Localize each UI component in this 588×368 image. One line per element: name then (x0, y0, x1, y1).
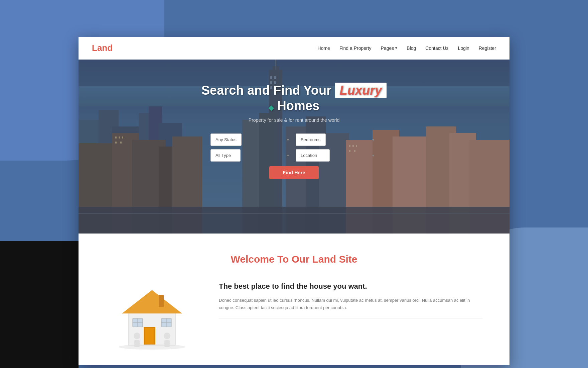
type-select[interactable]: All Type House Apartment Villa (210, 149, 241, 162)
hero-section: Search and Find Your Luxury ◆ Homes Prop… (79, 60, 509, 234)
type-select-wrapper: All Type House Apartment Villa (210, 149, 292, 162)
status-select-wrapper: Any Status For Sale For Rent (210, 133, 292, 146)
welcome-title: Welcome To Our Land Site (105, 254, 483, 265)
diamond-icon: ◆ (269, 104, 274, 111)
location-select-wrapper: Location New York Los Angeles Chicago (296, 149, 378, 162)
nav-item-find-property[interactable]: Find a Property (339, 45, 372, 51)
welcome-text: The best place to find the house you wan… (219, 278, 483, 318)
nav-link-register[interactable]: Register (479, 45, 496, 51)
nav-item-blog[interactable]: Blog (407, 45, 416, 51)
search-row-1: Any Status For Sale For Rent Bedrooms 1 … (210, 133, 378, 146)
hero-title-part2: Homes (277, 99, 319, 113)
house-illustration (105, 278, 199, 352)
nav-link-find-property[interactable]: Find a Property (339, 45, 372, 51)
svg-rect-49 (159, 295, 164, 307)
svg-rect-62 (164, 340, 170, 347)
find-here-button[interactable]: Find Here (269, 166, 318, 179)
bedrooms-select-wrapper: Bedrooms 1 2 3 4 5+ (296, 133, 378, 146)
nav-item-login[interactable]: Login (458, 45, 469, 51)
svg-point-58 (119, 344, 185, 350)
welcome-content-body: Donec consequat sapien ut leo cursus rho… (219, 297, 483, 311)
svg-rect-51 (145, 328, 154, 344)
navbar: Land Home Find a Property Pages Blog Con… (79, 37, 509, 60)
nav-link-contact[interactable]: Contact Us (425, 45, 448, 51)
nav-item-register[interactable]: Register (479, 45, 496, 51)
welcome-content-heading: The best place to find the house you wan… (219, 282, 483, 291)
search-row-2: All Type House Apartment Villa Location … (210, 149, 378, 162)
logo-and: and (97, 43, 113, 53)
welcome-content: The best place to find the house you wan… (105, 278, 483, 352)
welcome-divider (219, 318, 483, 318)
svg-point-59 (134, 333, 140, 339)
hero-title: Search and Find Your Luxury ◆ Homes (201, 83, 387, 113)
hero-content: Search and Find Your Luxury ◆ Homes Prop… (79, 60, 509, 179)
site-container: Land Home Find a Property Pages Blog Con… (79, 37, 509, 365)
location-select[interactable]: Location New York Los Angeles Chicago (296, 149, 330, 162)
welcome-title-part2: Land Site (312, 254, 357, 265)
welcome-section: Welcome To Our Land Site (79, 234, 509, 365)
nav-link-home[interactable]: Home (318, 45, 330, 51)
status-select[interactable]: Any Status For Sale For Rent (210, 133, 242, 146)
nav-item-home[interactable]: Home (318, 45, 330, 51)
bedrooms-select[interactable]: Bedrooms 1 2 3 4 5+ (296, 133, 326, 146)
nav-item-pages[interactable]: Pages (381, 45, 398, 51)
hero-luxury-badge: Luxury (335, 83, 387, 98)
welcome-title-part1: Welcome To Our (231, 254, 310, 265)
svg-marker-48 (122, 290, 182, 313)
logo[interactable]: Land (92, 43, 113, 53)
nav-link-pages[interactable]: Pages (381, 45, 394, 51)
svg-point-61 (164, 333, 170, 339)
hero-subtitle: Property for sale & for rent around the … (249, 117, 339, 123)
nav-link-login[interactable]: Login (458, 45, 469, 51)
nav-links: Home Find a Property Pages Blog Contact … (318, 45, 496, 51)
bg-black-left (0, 241, 79, 368)
hero-title-part1: Search and Find Your (201, 83, 331, 97)
nav-item-contact[interactable]: Contact Us (425, 45, 448, 51)
svg-rect-60 (134, 340, 140, 347)
logo-l: L (92, 43, 97, 53)
search-form: Any Status For Sale For Rent Bedrooms 1 … (210, 133, 378, 179)
house-svg (109, 278, 195, 352)
nav-link-blog[interactable]: Blog (407, 45, 416, 51)
